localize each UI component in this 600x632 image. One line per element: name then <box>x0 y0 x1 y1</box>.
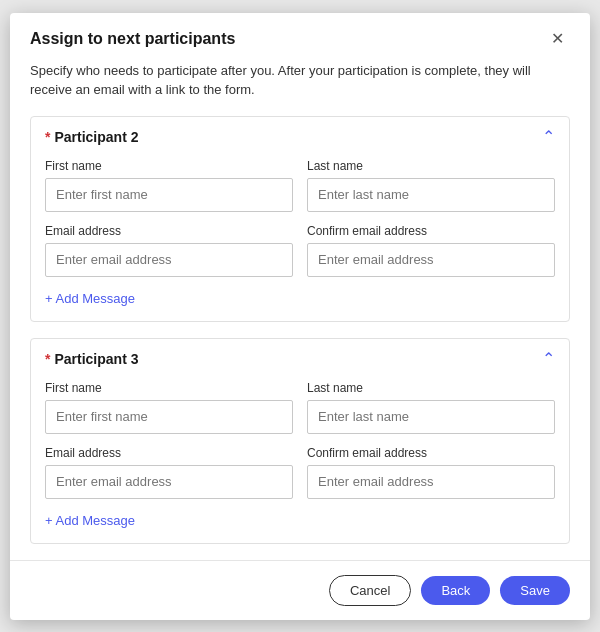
participant-3-email-label: Email address <box>45 446 293 460</box>
participant-2-confirm-email-input[interactable] <box>307 243 555 277</box>
cancel-button[interactable]: Cancel <box>329 575 411 606</box>
participant-2-email-input[interactable] <box>45 243 293 277</box>
chevron-up-icon: ⌃ <box>542 128 555 145</box>
participant-2-collapse-button[interactable]: ⌃ <box>542 129 555 145</box>
modal-header: Assign to next participants ✕ <box>10 13 590 61</box>
modal-body: *Participant 2 ⌃ First name Last name <box>10 116 590 560</box>
modal-title: Assign to next participants <box>30 30 235 48</box>
participant-3-section: *Participant 3 ⌃ First name Last name <box>30 338 570 544</box>
participant-3-confirm-email-input[interactable] <box>307 465 555 499</box>
participant-2-header: *Participant 2 ⌃ <box>45 129 555 145</box>
participant-3-header: *Participant 3 ⌃ <box>45 351 555 367</box>
participant-3-name-row: First name Last name <box>45 381 555 434</box>
participant-2-last-name-group: Last name <box>307 159 555 212</box>
participant-2-email-row: Email address Confirm email address <box>45 224 555 277</box>
participant-3-last-name-label: Last name <box>307 381 555 395</box>
participant-3-title: *Participant 3 <box>45 351 138 367</box>
chevron-up-icon-3: ⌃ <box>542 350 555 367</box>
participant-2-add-message-link[interactable]: + Add Message <box>45 291 135 306</box>
participant-2-email-label: Email address <box>45 224 293 238</box>
participant-3-confirm-email-label: Confirm email address <box>307 446 555 460</box>
participant-3-first-name-group: First name <box>45 381 293 434</box>
participant-2-name-row: First name Last name <box>45 159 555 212</box>
participant-3-first-name-input[interactable] <box>45 400 293 434</box>
back-button[interactable]: Back <box>421 576 490 605</box>
participant-2-section: *Participant 2 ⌃ First name Last name <box>30 116 570 322</box>
participant-3-first-name-label: First name <box>45 381 293 395</box>
participant-3-last-name-group: Last name <box>307 381 555 434</box>
required-star-3: * <box>45 351 50 367</box>
participant-2-first-name-input[interactable] <box>45 178 293 212</box>
required-star: * <box>45 129 50 145</box>
modal-footer: Cancel Back Save <box>10 560 590 620</box>
participant-3-email-input[interactable] <box>45 465 293 499</box>
modal: Assign to next participants ✕ Specify wh… <box>10 13 590 620</box>
participant-2-email-group: Email address <box>45 224 293 277</box>
participant-2-confirm-email-group: Confirm email address <box>307 224 555 277</box>
participant-2-last-name-label: Last name <box>307 159 555 173</box>
participant-2-first-name-group: First name <box>45 159 293 212</box>
participant-3-last-name-input[interactable] <box>307 400 555 434</box>
participant-2-confirm-email-label: Confirm email address <box>307 224 555 238</box>
save-button[interactable]: Save <box>500 576 570 605</box>
participant-3-email-row: Email address Confirm email address <box>45 446 555 499</box>
participant-3-confirm-email-group: Confirm email address <box>307 446 555 499</box>
participant-2-title: *Participant 2 <box>45 129 138 145</box>
close-icon: ✕ <box>551 30 564 47</box>
modal-description: Specify who needs to participate after y… <box>10 61 590 116</box>
close-button[interactable]: ✕ <box>545 29 570 49</box>
participant-3-collapse-button[interactable]: ⌃ <box>542 351 555 367</box>
participant-3-email-group: Email address <box>45 446 293 499</box>
participant-3-add-message-link[interactable]: + Add Message <box>45 513 135 528</box>
participant-2-last-name-input[interactable] <box>307 178 555 212</box>
participant-2-first-name-label: First name <box>45 159 293 173</box>
